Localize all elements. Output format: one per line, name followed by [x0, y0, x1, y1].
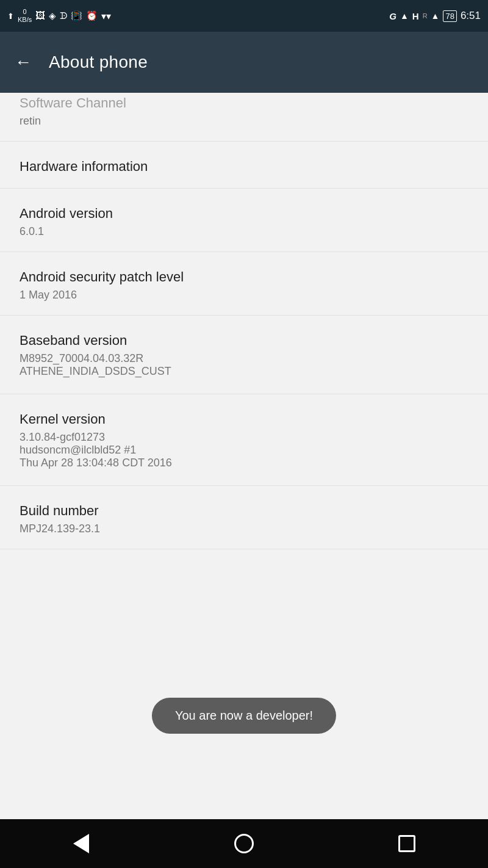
status-bar-left: ⬆ 0 KB/s 🖼 ◈ ᗬ 📳 ⏰ ▾▾ [7, 8, 111, 24]
app-icon-2: ᗬ [60, 10, 67, 21]
build-number-value: MPJ24.139-23.1 [20, 523, 468, 535]
nav-back-button[interactable] [63, 825, 99, 862]
android-security-label: Android security patch level [20, 269, 468, 285]
kb-speed: 0 KB/s [18, 8, 32, 24]
baseband-version-item[interactable]: Baseband version M8952_70004.04.03.32R A… [0, 316, 488, 394]
build-number-label: Build number [20, 503, 468, 519]
h-network-icon: H [412, 11, 419, 21]
android-version-item[interactable]: Android version 6.0.1 [0, 189, 488, 252]
app-bar: ← About phone [0, 32, 488, 93]
page-title: About phone [49, 52, 148, 72]
top-item-title: Software Channel [20, 95, 468, 111]
image-icon: 🖼 [35, 10, 45, 21]
top-item-value: retin [20, 115, 468, 128]
back-button[interactable]: ← [15, 52, 32, 72]
android-version-label: Android version [20, 206, 468, 222]
status-time: 6:51 [461, 10, 481, 22]
baseband-version-label: Baseband version [20, 333, 468, 349]
battery-icon: 78 [443, 10, 456, 22]
status-bar-right: G ▲ H R ▲ 78 6:51 [389, 10, 481, 22]
nav-bar [0, 819, 488, 868]
back-triangle-icon [73, 834, 89, 853]
alarm-icon: ⏰ [86, 10, 98, 21]
home-circle-icon [234, 834, 254, 853]
android-security-item[interactable]: Android security patch level 1 May 2016 [0, 252, 488, 316]
hardware-information-section[interactable]: Hardware information [0, 142, 488, 189]
vibrate-icon: 📳 [71, 10, 82, 21]
kernel-version-label: Kernel version [20, 411, 468, 427]
app-icon-1: ◈ [49, 10, 56, 21]
signal-1-icon: ▲ [400, 11, 409, 21]
top-item-partial: Software Channel retin [0, 93, 488, 142]
signal-2-icon: ▲ [431, 11, 440, 21]
kernel-version-item[interactable]: Kernel version 3.10.84-gcf01273 hudsoncm… [0, 394, 488, 486]
baseband-version-value: M8952_70004.04.03.32R ATHENE_INDIA_DSDS_… [20, 352, 468, 378]
nav-recents-button[interactable] [389, 825, 425, 862]
build-number-item[interactable]: Build number MPJ24.139-23.1 [0, 486, 488, 549]
content-area: Software Channel retin Hardware informat… [0, 93, 488, 549]
hardware-information-title: Hardware information [20, 159, 468, 175]
g-network-icon: G [389, 11, 396, 21]
navigation-icon: ⬆ [7, 12, 14, 21]
r-network-icon: R [423, 12, 428, 20]
wifi-icon: ▾▾ [101, 10, 111, 22]
status-bar: ⬆ 0 KB/s 🖼 ◈ ᗬ 📳 ⏰ ▾▾ G ▲ H R ▲ 78 6:51 [0, 0, 488, 32]
kernel-version-value: 3.10.84-gcf01273 hudsoncm@ilclbld52 #1 T… [20, 431, 468, 469]
nav-home-button[interactable] [226, 825, 262, 862]
android-security-value: 1 May 2016 [20, 289, 468, 302]
recents-square-icon [398, 835, 415, 852]
android-version-value: 6.0.1 [20, 225, 468, 238]
toast-message: You are now a developer! [152, 698, 336, 734]
